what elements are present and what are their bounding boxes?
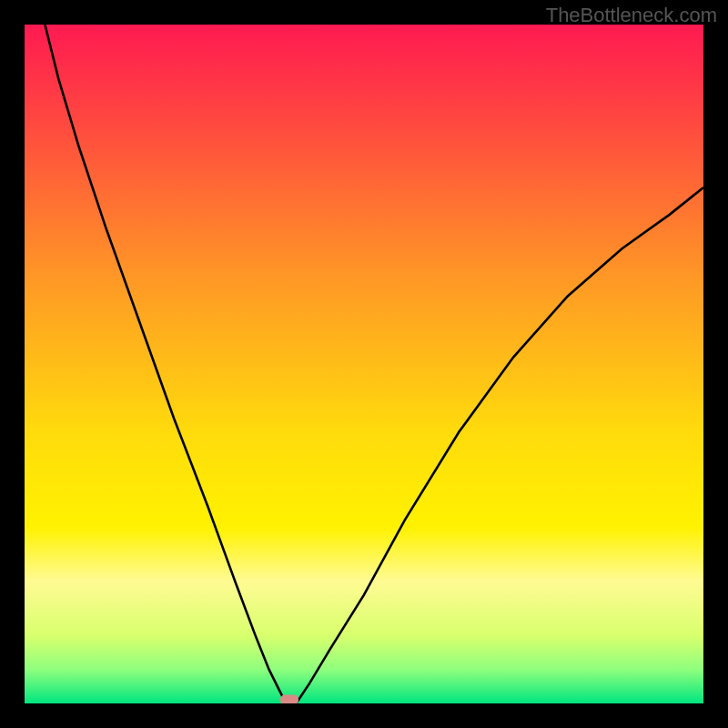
bottleneck-curve (25, 25, 703, 703)
optimum-marker (280, 695, 298, 703)
chart-container: TheBottleneck.com (0, 0, 728, 728)
plot-area (25, 25, 703, 703)
watermark-text: TheBottleneck.com (546, 4, 717, 27)
